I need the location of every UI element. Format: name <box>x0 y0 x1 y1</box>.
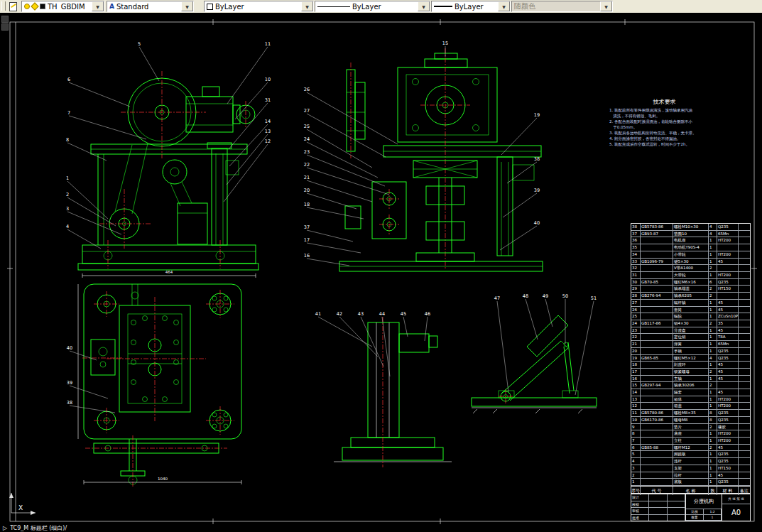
callout-number: 41 <box>315 311 321 317</box>
layer-combo[interactable]: TH_GBDIM ▼ <box>21 1 104 12</box>
table-row: 27蜗杆轴145 <box>631 300 750 307</box>
callout-number: 16 <box>304 253 310 259</box>
callout-number: 11 <box>265 41 271 47</box>
table-row: 10GB6170-86螺母M88Q235 <box>631 417 750 424</box>
callout-number: 13 <box>265 129 271 134</box>
callout-number: 7 <box>67 110 70 116</box>
notes-title: 技术要求 <box>609 98 719 106</box>
table-row: 21弹簧165Mn <box>631 341 750 348</box>
callout-number: 38 <box>67 400 72 406</box>
table-row: 17锁紧螺母245 <box>631 369 750 376</box>
chevron-down-icon[interactable]: ▼ <box>418 1 430 11</box>
note-line: 5. 装配完成后作空载试运转，时间不少于2h。 <box>609 141 719 147</box>
leader-line <box>229 103 268 149</box>
chevron-down-icon[interactable]: ▼ <box>301 1 313 11</box>
callout-number: 39 <box>67 380 72 386</box>
table-row: 2拉杆145 <box>631 472 750 479</box>
command-line[interactable]: ▷ TC9_M 标题栏 (细白)/ <box>0 524 762 532</box>
pedal-view <box>472 315 597 413</box>
drawing-title: 分度机构 <box>686 494 722 509</box>
sheet-size: A0 <box>722 504 750 521</box>
leader-line <box>361 317 383 367</box>
table-row: 15GB297-94轴承302062 <box>631 382 750 389</box>
callout-number: 10 <box>265 77 271 82</box>
leader-line <box>307 193 356 209</box>
svg-text:X: X <box>18 504 23 511</box>
callout-number: 31 <box>265 97 271 103</box>
dock-grip-icon[interactable] <box>1 23 9 31</box>
dimension-layer: 4641040 <box>158 270 173 481</box>
callout-number: 49 <box>543 293 548 299</box>
table-row: 29轴承端盖2HT150 <box>631 286 750 293</box>
layer-color-chip-icon <box>40 4 45 9</box>
technical-notes: 技术要求 1. 装配前所有零件用煤油清洗，滚动轴承用汽油 清洗，不得有锈蚀、毛刺… <box>609 98 719 147</box>
callout-number: 42 <box>337 311 342 317</box>
qty-label: 数量 <box>686 515 704 521</box>
layer-on-bulb-icon[interactable] <box>24 4 30 9</box>
drawing-canvas[interactable]: 5116107318141312123415262725242322212018… <box>0 13 762 524</box>
leader-line <box>501 118 537 155</box>
callout-number: 40 <box>67 345 72 351</box>
linetype-combo[interactable]: ByLayer ▼ <box>315 1 430 12</box>
table-row: 22定位销1T8A <box>631 334 750 341</box>
color-combo[interactable]: ByLayer ▼ <box>204 1 314 12</box>
table-row: 35电动机Y90S-41 <box>631 244 750 251</box>
table-row: 4连杆1Q235 <box>631 458 750 465</box>
parts-table-body: 38GB5783-86螺栓M10×304Q23537GB93-87垫圈10465… <box>631 224 750 486</box>
callout-number: 19 <box>534 112 540 118</box>
text-style-value: Standard <box>116 3 149 11</box>
callout-number: 22 <box>304 162 310 168</box>
table-row: 3支架1HT150 <box>631 465 750 472</box>
leader-line <box>307 168 389 195</box>
leader-line <box>70 386 108 398</box>
leader-line <box>503 193 537 217</box>
plot-style-combo: 随颜色 ▼ <box>511 1 613 12</box>
text-style-combo[interactable]: A Standard ▼ <box>107 1 194 12</box>
note-line: 于0.05mm。 <box>609 124 719 130</box>
table-row: 23分度盘145 <box>631 327 750 335</box>
plan-view <box>78 284 241 487</box>
table-row: 6GB85-88螺杆M12245 <box>631 445 750 452</box>
table-row: 24GB117-86销4×30235 <box>631 320 750 327</box>
title-block: 设计 校核 审核 批准 分度机构 比例 1:2 数量 1 共 张 第 张 A0 <box>631 494 751 521</box>
leader-line <box>139 47 159 81</box>
leader-line <box>307 129 372 168</box>
make-layer-current-button[interactable] <box>6 1 20 13</box>
leader-line <box>307 92 398 144</box>
leader-line <box>307 259 349 266</box>
leader-line <box>67 143 107 161</box>
callout-number: 27 <box>304 108 310 114</box>
table-row: 28GB276-94轴承62052 <box>631 293 750 300</box>
callout-number: 37 <box>304 224 310 230</box>
table-row: 31大带轮1HT200 <box>631 272 750 279</box>
chevron-down-icon[interactable]: ▼ <box>92 1 104 11</box>
dimension-text: 464 <box>165 270 173 274</box>
table-row: 8底座1HT200 <box>631 430 750 438</box>
callout-number: 44 <box>379 311 385 317</box>
lineweight-sample-icon <box>434 6 452 7</box>
dock-grip-icon[interactable] <box>1 16 9 23</box>
scale-value: 1:2 <box>704 509 722 515</box>
leader-line <box>307 207 364 219</box>
leader-line <box>500 226 537 250</box>
leader-line <box>227 47 268 104</box>
front-view <box>78 71 258 278</box>
text-style-icon: A <box>109 3 114 10</box>
table-row: 7立柱1HT200 <box>631 438 750 445</box>
lineweight-combo[interactable]: ByLayer ▼ <box>431 1 511 12</box>
callout-number: 6 <box>67 77 70 82</box>
note-line: 2. 各配合面装配时涂润滑油，齿轮啮合侧隙不小 <box>609 119 719 124</box>
chevron-down-icon[interactable]: ▼ <box>498 1 510 11</box>
plot-style-value: 随颜色 <box>514 1 535 11</box>
callout-number: 24 <box>304 136 310 142</box>
callout-number: 18 <box>304 202 310 207</box>
callout-number: 3 <box>66 206 69 212</box>
note-line: 1. 装配前所有零件用煤油清洗，滚动轴承用汽油 <box>609 107 719 113</box>
layer-freeze-sun-icon[interactable] <box>31 2 38 10</box>
table-row: 32V带A14002 <box>631 265 750 272</box>
leader-line <box>425 317 428 341</box>
chevron-down-icon[interactable]: ▼ <box>181 1 193 11</box>
table-row: 37GB93-87垫圈10465Mn <box>631 231 750 238</box>
callout-number: 20 <box>304 188 310 193</box>
note-line: 4. 剖分面涂密封胶，各密封处不得漏油。 <box>609 136 719 141</box>
